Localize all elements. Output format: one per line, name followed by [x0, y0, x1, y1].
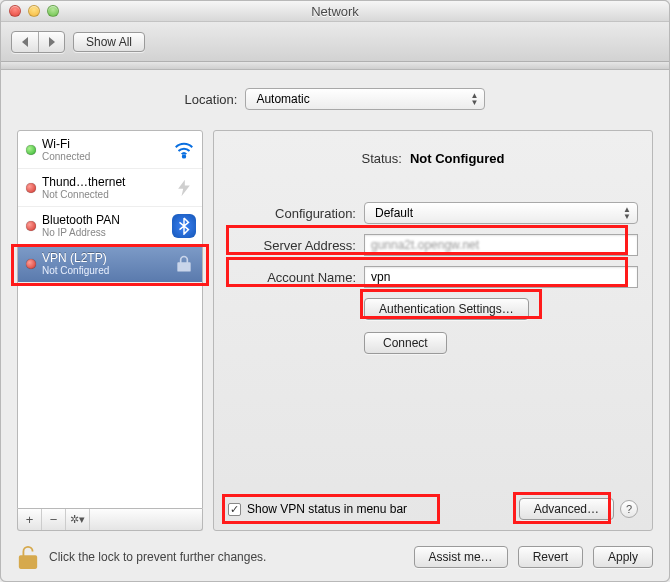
spacer	[90, 509, 202, 530]
service-status: Not Configured	[42, 265, 168, 276]
footer-buttons: Assist me… Revert Apply	[414, 546, 653, 568]
location-row: Location: Automatic ▲▼	[1, 70, 669, 130]
service-name: VPN (L2TP)	[42, 251, 168, 265]
apply-button[interactable]: Apply	[593, 546, 653, 568]
sidebar-item-thunderbolt-ethernet[interactable]: Thund…thernet Not Connected	[18, 169, 202, 207]
show-vpn-status-checkbox[interactable]: ✓	[228, 503, 241, 516]
nav-back-forward	[11, 31, 65, 53]
advanced-button[interactable]: Advanced…	[519, 498, 614, 520]
titlebar: Network	[1, 1, 669, 22]
status-row: Status: Not Configured	[228, 151, 638, 166]
window-footer: Click the lock to prevent further change…	[1, 537, 669, 581]
network-preferences-window: Network Show All Location: Automatic ▲▼	[0, 0, 670, 582]
authentication-settings-button[interactable]: Authentication Settings…	[364, 298, 529, 320]
configuration-popup[interactable]: Default ▲▼	[364, 202, 638, 224]
status-dot-icon	[26, 259, 36, 269]
back-button[interactable]	[12, 32, 38, 52]
lock-text: Click the lock to prevent further change…	[49, 550, 404, 564]
detail-footer: ✓ Show VPN status in menu bar Advanced… …	[228, 492, 638, 520]
remove-service-button[interactable]: −	[42, 509, 66, 530]
service-status: Not Connected	[42, 189, 168, 200]
configuration-value: Default	[375, 206, 413, 220]
service-list: Wi-Fi Connected Thund…thernet Not Connec…	[17, 130, 203, 509]
service-name: Bluetooth PAN	[42, 213, 168, 227]
add-service-button[interactable]: +	[18, 509, 42, 530]
account-name-value: vpn	[371, 270, 390, 284]
chevron-updown-icon: ▲▼	[620, 205, 634, 221]
location-value: Automatic	[256, 92, 309, 106]
server-address-field[interactable]: gunna2t.opengw.net	[364, 234, 638, 256]
show-all-button[interactable]: Show All	[73, 32, 145, 52]
account-name-field[interactable]: vpn	[364, 266, 638, 288]
status-value: Not Configured	[410, 151, 505, 166]
revert-button[interactable]: Revert	[518, 546, 583, 568]
connect-button[interactable]: Connect	[364, 332, 447, 354]
assist-me-button[interactable]: Assist me…	[414, 546, 508, 568]
sidebar-item-wifi[interactable]: Wi-Fi Connected	[18, 131, 202, 169]
service-actions-button[interactable]: ✲▾	[66, 509, 90, 530]
lock-icon[interactable]	[17, 545, 39, 569]
config-grid: Configuration: Default ▲▼ Server Address…	[228, 202, 638, 354]
toolbar: Show All	[1, 22, 669, 62]
status-dot-icon	[26, 183, 36, 193]
service-status: Connected	[42, 151, 168, 162]
status-label: Status:	[361, 151, 401, 166]
sidebar-item-bluetooth-pan[interactable]: Bluetooth PAN No IP Address	[18, 207, 202, 245]
window-controls	[9, 5, 59, 17]
lock-icon	[172, 252, 196, 276]
account-name-label: Account Name:	[228, 270, 356, 285]
service-status: No IP Address	[42, 227, 168, 238]
service-name: Thund…thernet	[42, 175, 168, 189]
show-vpn-status-row: ✓ Show VPN status in menu bar	[228, 502, 407, 516]
wifi-icon	[172, 138, 196, 162]
configuration-label: Configuration:	[228, 206, 356, 221]
show-vpn-status-label: Show VPN status in menu bar	[247, 502, 407, 516]
service-name: Wi-Fi	[42, 137, 168, 151]
bluetooth-icon	[172, 214, 196, 238]
service-detail-pane: Status: Not Configured Configuration: De…	[213, 130, 653, 531]
server-address-label: Server Address:	[228, 238, 356, 253]
zoom-icon[interactable]	[47, 5, 59, 17]
toolbar-shelf	[1, 62, 669, 70]
location-label: Location:	[185, 92, 238, 107]
server-address-value: gunna2t.opengw.net	[371, 238, 479, 252]
help-button[interactable]: ?	[620, 500, 638, 518]
service-list-buttons: + − ✲▾	[17, 509, 203, 531]
service-sidebar: Wi-Fi Connected Thund…thernet Not Connec…	[17, 130, 203, 531]
status-dot-icon	[26, 145, 36, 155]
minimize-icon[interactable]	[28, 5, 40, 17]
location-popup[interactable]: Automatic ▲▼	[245, 88, 485, 110]
window-title: Network	[1, 4, 669, 19]
svg-point-0	[183, 155, 185, 157]
close-icon[interactable]	[9, 5, 21, 17]
status-dot-icon	[26, 221, 36, 231]
forward-button[interactable]	[38, 32, 64, 52]
sidebar-item-vpn[interactable]: VPN (L2TP) Not Configured	[18, 245, 202, 283]
thunderbolt-icon	[172, 176, 196, 200]
chevron-updown-icon: ▲▼	[467, 91, 481, 107]
content-area: Wi-Fi Connected Thund…thernet Not Connec…	[1, 130, 669, 537]
